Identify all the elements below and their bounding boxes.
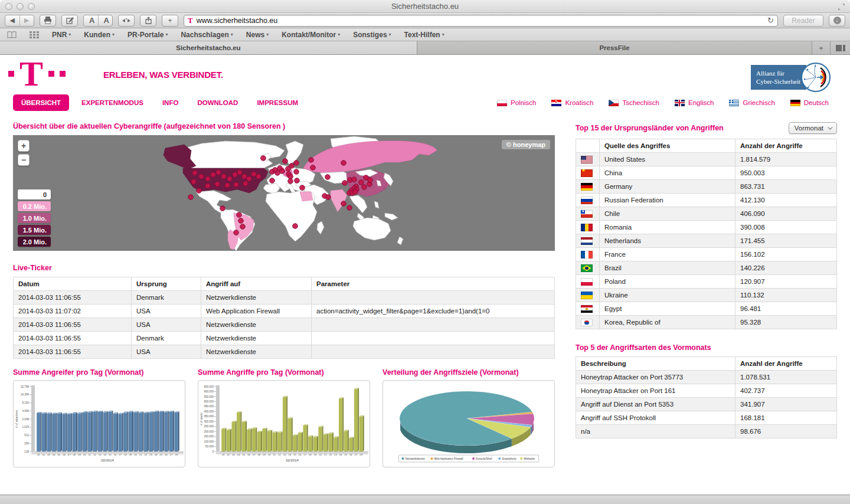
top15-header-row: Top 15 der Ursprungsländer von Angriffen… — [576, 122, 837, 134]
compose-button[interactable] — [61, 15, 78, 27]
nav-item-übersicht[interactable]: ÜBERSICHT — [13, 94, 69, 111]
column-header: Datum — [14, 277, 132, 291]
bookmark-item[interactable]: PNR▾ — [52, 31, 71, 39]
forward-button[interactable]: ▶ — [20, 17, 34, 24]
top-sites-grid-icon[interactable] — [30, 31, 39, 38]
svg-text:26: 26 — [165, 453, 168, 456]
svg-text:600.000: 600.000 — [204, 390, 214, 393]
bookmark-item[interactable]: Nachschlagen▾ — [181, 31, 233, 39]
column-header — [576, 139, 600, 153]
language-label: Polnisch — [511, 99, 536, 106]
svg-text:15: 15 — [109, 453, 112, 456]
table-header-row: DatumUrsprungAngriff aufParameter — [14, 277, 555, 291]
nav-item-download[interactable]: DOWNLOAD — [191, 94, 244, 111]
attack-dot — [238, 218, 244, 224]
attack-dot — [216, 170, 221, 175]
chevron-down-icon: ▾ — [68, 32, 71, 37]
bookmark-item[interactable]: Sonstiges▾ — [353, 31, 391, 39]
language-link-cz[interactable]: Tschechisch — [609, 99, 659, 106]
table-cell: 120.907 — [735, 275, 837, 289]
svg-text:16: 16 — [299, 453, 302, 456]
period-select[interactable]: Vormonat — [789, 122, 837, 134]
tab-pressfile[interactable]: PressFile — [417, 41, 812, 54]
bookmark-item[interactable]: PR-Portale▾ — [128, 31, 168, 39]
table-cell — [312, 318, 555, 332]
svg-text:50.000: 50.000 — [205, 445, 214, 448]
legend-item-20Mio: 2.0 Mio. — [18, 237, 51, 247]
site-nav: ÜBERSICHTEXPERTENMODUSINFODOWNLOADIMPRES… — [13, 94, 837, 112]
address-bar[interactable]: T www.sicherheitstacho.eu ↻ — [184, 15, 778, 27]
attack-dot — [310, 165, 316, 171]
svg-text:22: 22 — [329, 453, 332, 456]
flag-gr-icon — [729, 100, 739, 106]
share-icon — [145, 17, 152, 24]
shrink-button[interactable] — [118, 15, 135, 27]
bookmark-item[interactable]: News▾ — [246, 31, 269, 39]
new-tab-button[interactable]: + — [162, 15, 178, 27]
nav-item-info[interactable]: INFO — [156, 94, 185, 111]
tab-bar: Sicherheitstacho.eu PressFile + — [0, 41, 850, 55]
table-row: Korea, Republic of95.328 — [576, 316, 837, 329]
flag-de-icon — [581, 183, 593, 191]
tab-overview-button[interactable] — [831, 41, 850, 54]
history-nav: ◀ ▶ — [5, 15, 34, 27]
attack-map[interactable]: + − 00.2 Mio.1.0 Mio.1.5 Mio.2.0 Mio. © … — [13, 135, 555, 251]
logo-square — [60, 71, 66, 77]
table-row: Honeytrap Attacker on Port 161402.737 — [576, 384, 837, 398]
language-link-pl[interactable]: Polnisch — [497, 99, 536, 106]
svg-text:150.000: 150.000 — [204, 435, 214, 438]
bookmarks-book-icon[interactable] — [7, 31, 17, 38]
language-link-de[interactable]: Deutsch — [790, 99, 829, 106]
font-smaller-button[interactable]: A — [84, 16, 98, 25]
share-button[interactable] — [140, 15, 156, 27]
language-link-gr[interactable]: Griechisch — [729, 99, 774, 106]
chevron-down-icon: ▾ — [442, 32, 444, 37]
bookmark-item[interactable]: Text-Hilfen▾ — [404, 31, 444, 39]
language-link-hr[interactable]: Kroatisch — [551, 99, 593, 106]
svg-text:19: 19 — [313, 453, 316, 456]
attack-dot — [237, 170, 243, 175]
attack-dot — [225, 183, 230, 188]
back-button[interactable]: ◀ — [5, 17, 19, 24]
downloads-button[interactable]: ↓ — [829, 15, 845, 27]
table-cell: 341.907 — [735, 398, 837, 411]
table-cell: Poland — [600, 275, 735, 289]
nav-item-impressum[interactable]: IMPRESSUM — [250, 94, 305, 111]
url-text[interactable]: www.sicherheitstacho.eu — [197, 17, 764, 25]
svg-text:16: 16 — [114, 453, 117, 456]
nav-item-expertenmodus[interactable]: EXPERTENMODUS — [75, 94, 150, 111]
fullscreen-icon[interactable] — [838, 3, 845, 11]
bookmark-item[interactable]: Kunden▾ — [84, 31, 115, 39]
table-cell — [312, 291, 555, 305]
table-cell: 140.226 — [735, 261, 837, 275]
legend-item-10Mio: 1.0 Mio. — [18, 213, 51, 223]
table-row: Poland120.907 — [576, 275, 837, 289]
tab-sicherheitstacho[interactable]: Sicherheitstacho.eu — [0, 41, 417, 54]
bookmark-item[interactable]: Kontakt/Monitor▾ — [282, 31, 340, 39]
zoom-out-button[interactable]: − — [18, 154, 30, 166]
nav-items: ÜBERSICHTEXPERTENMODUSINFODOWNLOADIMPRES… — [13, 94, 305, 111]
table-cell: Egypt — [600, 302, 735, 316]
print-button[interactable] — [40, 15, 56, 27]
svg-text:Web Application Firewall: Web Application Firewall — [434, 457, 463, 460]
font-larger-button[interactable]: A — [99, 16, 113, 25]
reader-button[interactable]: Reader — [783, 15, 823, 27]
attack-dot — [220, 206, 225, 211]
language-switcher: PolnischKroatischTschechischEnglischGrie… — [497, 99, 829, 106]
svg-text:2.048: 2.048 — [22, 418, 30, 421]
flag-ro-icon — [581, 224, 593, 231]
svg-text:25: 25 — [159, 453, 162, 456]
reload-icon[interactable]: ↻ — [767, 16, 774, 25]
table-cell — [576, 275, 600, 289]
language-link-gb[interactable]: Englisch — [675, 99, 714, 106]
liveticker-heading: Live-Ticker — [13, 264, 555, 272]
telekom-logo[interactable]: T — [8, 58, 66, 89]
svg-text:18: 18 — [309, 453, 312, 456]
flag-us-icon — [581, 156, 593, 163]
new-tab-button-tabbar[interactable]: + — [812, 41, 831, 54]
zoom-in-button[interactable]: + — [18, 140, 30, 152]
svg-text:11: 11 — [273, 453, 276, 456]
svg-text:1.024: 1.024 — [22, 426, 30, 428]
table-cell: Romania — [600, 221, 735, 234]
table-cell — [576, 207, 600, 221]
